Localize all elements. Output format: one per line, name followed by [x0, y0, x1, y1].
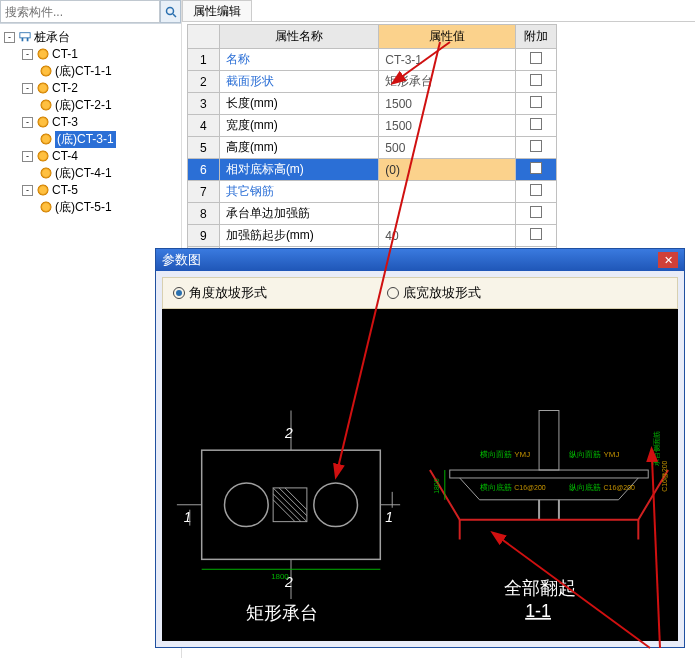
gear-icon	[37, 116, 49, 128]
prop-name-cell[interactable]: 承台单边加强筋	[219, 203, 378, 225]
prop-name-cell[interactable]: 截面形状	[219, 71, 378, 93]
prop-extra-cell[interactable]	[515, 137, 556, 159]
radio-angle-slope-label: 角度放坡形式	[189, 284, 267, 302]
tree-child-item[interactable]: (底)CT-2-1	[2, 97, 179, 113]
checkbox-icon[interactable]	[530, 118, 542, 130]
prop-name-cell[interactable]: 其它钢筋	[219, 181, 378, 203]
prop-name-cell[interactable]: 宽度(mm)	[219, 115, 378, 137]
gear-icon	[40, 133, 52, 145]
tree-child-label: (底)CT-4-1	[55, 165, 112, 182]
tree-child-item[interactable]: (底)CT-3-1	[2, 131, 179, 147]
collapse-icon[interactable]: -	[4, 32, 15, 43]
prop-extra-cell[interactable]	[515, 71, 556, 93]
checkbox-icon[interactable]	[530, 96, 542, 108]
prop-value-cell[interactable]: 矩形承台	[379, 71, 516, 93]
prop-value-cell[interactable]: 1500	[379, 93, 516, 115]
prop-link[interactable]: 截面形状	[226, 74, 274, 88]
prop-value-cell[interactable]	[379, 203, 516, 225]
prop-link[interactable]: 名称	[226, 52, 250, 66]
table-row[interactable]: 2 截面形状 矩形承台	[188, 71, 557, 93]
svg-text:1-1: 1-1	[525, 601, 551, 621]
collapse-icon[interactable]: -	[22, 83, 33, 94]
prop-extra-cell[interactable]	[515, 181, 556, 203]
table-row[interactable]: 7 其它钢筋	[188, 181, 557, 203]
prop-link[interactable]: 其它钢筋	[226, 184, 274, 198]
table-row[interactable]: 9 加强筋起步(mm) 40	[188, 225, 557, 247]
search-bar	[0, 0, 181, 24]
prop-name-cell[interactable]: 相对底标高(m)	[219, 159, 378, 181]
radio-width-slope[interactable]: 底宽放坡形式	[387, 284, 481, 302]
prop-value-cell[interactable]: CT-3-1	[379, 49, 516, 71]
prop-name-cell[interactable]: 高度(mm)	[219, 137, 378, 159]
th-name[interactable]: 属性名称	[219, 25, 378, 49]
tree-item-label: CT-4	[52, 149, 78, 163]
tree-item-ct[interactable]: - CT-1	[2, 46, 179, 62]
tab-bar: 属性编辑	[182, 0, 695, 22]
svg-text:YMJ: YMJ	[514, 450, 530, 459]
svg-text:承台侧面筋: 承台侧面筋	[653, 431, 660, 466]
prop-extra-cell[interactable]	[515, 49, 556, 71]
tree-item-ct[interactable]: - CT-2	[2, 80, 179, 96]
prop-extra-cell[interactable]	[515, 159, 556, 181]
search-input[interactable]	[0, 0, 160, 23]
tree-item-ct[interactable]: - CT-4	[2, 148, 179, 164]
tab-property-edit[interactable]: 属性编辑	[182, 0, 252, 21]
svg-text:横向底筋: 横向底筋	[480, 483, 512, 492]
prop-value-cell[interactable]: 500	[379, 137, 516, 159]
tree-root[interactable]: - 桩承台	[2, 29, 179, 45]
prop-value-cell[interactable]: (0)	[379, 159, 516, 181]
prop-value-cell[interactable]	[379, 181, 516, 203]
row-number: 6	[188, 159, 220, 181]
svg-line-13	[273, 500, 295, 522]
prop-name-cell[interactable]: 名称	[219, 49, 378, 71]
tree-item-ct[interactable]: - CT-5	[2, 182, 179, 198]
table-row[interactable]: 1 名称 CT-3-1	[188, 49, 557, 71]
checkbox-icon[interactable]	[530, 228, 542, 240]
checkbox-icon[interactable]	[530, 206, 542, 218]
search-button[interactable]	[160, 0, 181, 23]
collapse-icon[interactable]: -	[22, 185, 33, 196]
svg-text:横向面筋: 横向面筋	[480, 450, 512, 459]
checkbox-icon[interactable]	[530, 52, 542, 64]
prop-extra-cell[interactable]	[515, 225, 556, 247]
table-row[interactable]: 8 承台单边加强筋	[188, 203, 557, 225]
prop-name-cell[interactable]: 长度(mm)	[219, 93, 378, 115]
svg-text:2: 2	[284, 425, 293, 441]
radio-angle-slope[interactable]: 角度放坡形式	[173, 284, 267, 302]
tree-item-ct[interactable]: - CT-3	[2, 114, 179, 130]
checkbox-icon[interactable]	[530, 162, 542, 174]
collapse-icon[interactable]: -	[22, 49, 33, 60]
prop-extra-cell[interactable]	[515, 93, 556, 115]
collapse-icon[interactable]: -	[22, 151, 33, 162]
checkbox-icon[interactable]	[530, 74, 542, 86]
checkbox-icon[interactable]	[530, 184, 542, 196]
parameter-window-title-bar[interactable]: 参数图 ✕	[156, 249, 684, 271]
collapse-icon[interactable]: -	[22, 117, 33, 128]
prop-extra-cell[interactable]	[515, 115, 556, 137]
th-value[interactable]: 属性值	[379, 25, 516, 49]
slope-type-radio-group: 角度放坡形式 底宽放坡形式	[162, 277, 678, 309]
tree-child-label: (底)CT-5-1	[55, 199, 112, 216]
close-button[interactable]: ✕	[658, 252, 678, 268]
table-row[interactable]: 3 长度(mm) 1500	[188, 93, 557, 115]
table-row[interactable]: 6 相对底标高(m) (0)	[188, 159, 557, 181]
svg-text:YMJ: YMJ	[604, 450, 620, 459]
svg-line-11	[285, 488, 307, 510]
prop-value-cell[interactable]: 40	[379, 225, 516, 247]
prop-value-cell[interactable]: 1500	[379, 115, 516, 137]
table-row[interactable]: 4 宽度(mm) 1500	[188, 115, 557, 137]
tree-child-item[interactable]: (底)CT-1-1	[2, 63, 179, 79]
gear-icon	[37, 48, 49, 60]
tree-child-item[interactable]: (底)CT-5-1	[2, 199, 179, 215]
row-number: 1	[188, 49, 220, 71]
prop-extra-cell[interactable]	[515, 203, 556, 225]
tree-child-item[interactable]: (底)CT-4-1	[2, 165, 179, 181]
svg-text:C16@200: C16@200	[514, 484, 545, 491]
th-extra[interactable]: 附加	[515, 25, 556, 49]
svg-text:1800: 1800	[433, 478, 440, 494]
magnifier-icon	[165, 6, 177, 18]
table-row[interactable]: 5 高度(mm) 500	[188, 137, 557, 159]
prop-name-cell[interactable]: 加强筋起步(mm)	[219, 225, 378, 247]
gear-icon	[37, 82, 49, 94]
checkbox-icon[interactable]	[530, 140, 542, 152]
